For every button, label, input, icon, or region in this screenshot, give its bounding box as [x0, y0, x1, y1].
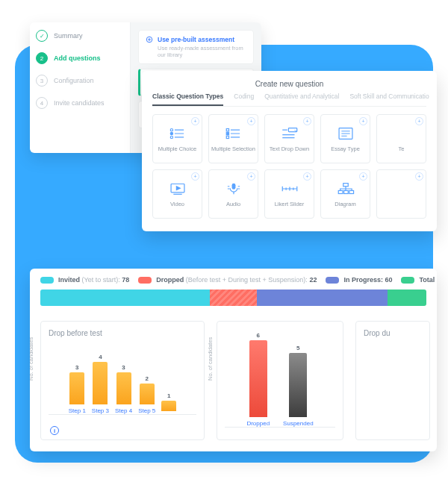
bar-label: Suspended	[283, 420, 313, 427]
option-title: Use pre-built assessment	[158, 36, 234, 43]
candidate-stats-card: Invited (Yet to start): 78 Dropped (Befo…	[30, 269, 437, 451]
wizard-step-3[interactable]: 4Invite candidates	[36, 97, 124, 109]
legend-label: Total Su	[419, 276, 437, 284]
step-number-icon: 4	[36, 97, 48, 109]
qtype-tile-audio[interactable]: +Audio	[208, 169, 258, 219]
step-number-icon: 2	[36, 52, 48, 64]
bar-label: Step 5	[138, 407, 155, 414]
chart-title: Drop du	[364, 329, 422, 337]
legend-progress: In Progress: 60	[326, 276, 392, 284]
svg-point-2	[170, 128, 172, 131]
chart-drop-during-test: Drop du	[355, 321, 430, 440]
legend-label: In Progress:	[343, 276, 383, 284]
bar-value: 3	[75, 364, 78, 371]
bar-value: 1	[167, 392, 170, 399]
qtype-tile-text-drop-down[interactable]: +Text Drop Down	[264, 114, 314, 163]
svg-rect-37	[338, 190, 343, 193]
svg-rect-12	[226, 136, 228, 138]
wizard-option-0[interactable]: Use pre-built assessmentUse ready-made a…	[138, 30, 254, 64]
segment	[388, 290, 426, 306]
tile-label: Video	[168, 201, 187, 207]
bar-label: Step 1	[69, 407, 86, 414]
qtype-tile-likert-slider[interactable]: +Likert Slider	[264, 169, 314, 219]
legend-dropped: Dropped (Before test + During test + Sus…	[138, 276, 317, 284]
bar-value: 5	[296, 345, 299, 351]
plus-badge-icon: +	[359, 172, 367, 181]
wizard-step-2[interactable]: 3Configuration	[36, 75, 124, 87]
svg-point-6	[170, 136, 172, 138]
y-axis-label: No. of candidates	[207, 337, 214, 381]
tile-label: Multiple Selection	[209, 146, 258, 152]
qtype-tab-1[interactable]: Coding	[234, 93, 254, 106]
bar: 3Step 1	[69, 364, 86, 414]
legend-value: 60	[385, 276, 392, 284]
qtype-tile-blank[interactable]: +	[376, 169, 426, 219]
plus-badge-icon: +	[247, 117, 255, 125]
bar-column	[140, 384, 155, 404]
bar-column	[289, 353, 307, 417]
bar-label: Step 4	[115, 407, 132, 414]
svg-rect-36	[343, 184, 348, 187]
wizard-step-0[interactable]: ✓Summary	[36, 30, 124, 42]
segment	[210, 290, 258, 306]
bar-label: Step 3	[92, 407, 109, 414]
legend-value: 22	[309, 276, 317, 284]
qtype-tile-essay-type[interactable]: +Essay Type	[320, 114, 370, 163]
bar: 4Step 3	[92, 354, 109, 414]
bar-column	[93, 362, 108, 404]
chart-drop-before-test: Drop before test No. of candidates 3Step…	[40, 321, 205, 440]
panel-title: Create new question	[152, 80, 426, 88]
legend-label: Invited	[58, 276, 80, 284]
bar-value: 4	[99, 354, 102, 360]
step-number-icon: 3	[36, 75, 48, 87]
qtype-tab-0[interactable]: Classic Question Types	[152, 93, 223, 106]
segmented-bar	[40, 290, 426, 306]
bar-column	[69, 372, 84, 404]
bar-column	[116, 372, 131, 404]
tile-label: Diagram	[332, 201, 358, 207]
qtype-tab-2[interactable]: Quantitative and Analytical	[264, 93, 339, 106]
chip-icon	[138, 277, 152, 284]
chip-icon	[326, 277, 339, 284]
bar-column	[161, 401, 176, 411]
tile-label: Multiple Choice	[156, 146, 199, 152]
bar: 2Step 5	[138, 375, 155, 414]
plus-badge-icon: +	[303, 117, 311, 125]
plus-badge-icon: +	[247, 172, 255, 181]
svg-rect-24	[231, 184, 235, 190]
chart-drop-status: No. of candidates 6Dropped5Suspended	[217, 321, 343, 440]
plus-badge-icon: +	[415, 172, 423, 181]
tile-label: Text Drop Down	[267, 146, 311, 152]
plus-badge-icon: +	[191, 117, 199, 125]
qtype-tab-3[interactable]: Soft Skill and Communicatio	[349, 93, 429, 106]
qtype-tile-multiple-choice[interactable]: +Multiple Choice	[152, 114, 202, 163]
plus-badge-icon: +	[359, 117, 367, 125]
tile-label: Te	[396, 146, 407, 152]
svg-rect-38	[343, 190, 348, 193]
step-label: Add questions	[54, 54, 101, 62]
bar-value: 3	[122, 364, 125, 371]
legend-total: Total Su	[401, 276, 437, 284]
tile-label: Audio	[224, 201, 243, 207]
qtype-tabs: Classic Question TypesCodingQuantitative…	[152, 93, 426, 107]
legend-value: 78	[122, 276, 129, 284]
qtype-grid: +Multiple Choice+Multiple Selection+Text…	[152, 114, 426, 219]
wizard-step-1[interactable]: 2Add questions	[36, 52, 124, 64]
plus-badge-icon: +	[303, 172, 311, 181]
chip-icon	[401, 277, 414, 284]
chip-icon	[40, 277, 54, 284]
svg-rect-8	[226, 128, 228, 131]
qtype-tile-video[interactable]: +Video	[152, 169, 202, 219]
plus-circle-icon	[146, 36, 153, 43]
bar-label: Dropped	[246, 420, 270, 427]
legend-detail: (Before test + During test + Suspension)…	[186, 276, 308, 284]
segment	[257, 290, 387, 306]
chart-title: Drop before test	[49, 329, 196, 337]
bar-value: 6	[257, 332, 260, 339]
qtype-tile-multiple-selection[interactable]: +Multiple Selection	[208, 114, 258, 163]
qtype-tile-diagram[interactable]: +Diagram	[320, 169, 370, 219]
qtype-tile-te[interactable]: +Te	[376, 114, 426, 163]
legend-detail: (Yet to start):	[82, 276, 120, 284]
info-icon[interactable]: i	[50, 426, 59, 435]
step-number-icon: ✓	[36, 30, 48, 42]
